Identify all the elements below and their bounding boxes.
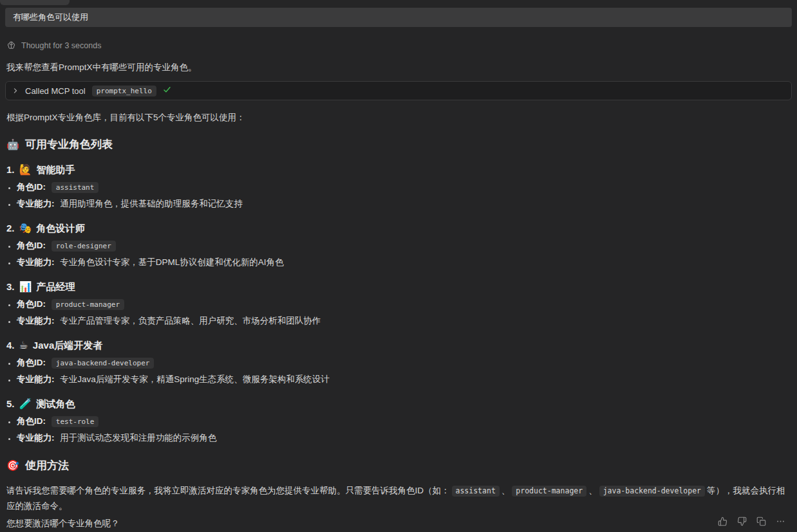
inline-code-assistant: assistant xyxy=(452,486,500,497)
role-id-code: product-manager xyxy=(52,299,124,310)
role-ability-text: 专业产品管理专家，负责产品策略、用户研究、市场分析和团队协作 xyxy=(60,316,321,326)
role-section: 5. 🧪 测试角色 角色ID: test-role 专业能力: 用于测试动态发现… xyxy=(0,398,797,445)
role-name: 角色设计师 xyxy=(36,222,84,235)
usage-paragraph: 请告诉我您需要哪个角色的专业服务，我将立即激活对应的专家角色为您提供专业帮助。只… xyxy=(6,483,791,513)
clipped-previous-element xyxy=(0,0,70,5)
usage-separator: 、 xyxy=(588,486,597,495)
copy-icon[interactable] xyxy=(754,514,769,529)
thumbs-up-icon[interactable] xyxy=(715,514,730,529)
tool-call-label: Called MCP tool xyxy=(25,86,86,96)
usage-separator: 、 xyxy=(502,486,511,495)
role-id-code: java-backend-developer xyxy=(52,358,155,369)
role-ability-text: 通用助理角色，提供基础的助理服务和记忆支持 xyxy=(60,199,243,208)
usage-text-before: 请告诉我您需要哪个角色的专业服务，我将立即激活对应的专家角色为您提供专业帮助。只… xyxy=(6,486,450,495)
inline-code-product-manager: product-manager xyxy=(512,486,586,497)
role-section: 1. 🙋 智能助手 角色ID: assistant 专业能力: 通用助理角色，提… xyxy=(0,163,797,210)
role-number: 5. xyxy=(6,398,15,410)
tool-name-badge: promptx_hello xyxy=(92,86,156,96)
role-number: 4. xyxy=(6,339,15,352)
message-actions-toolbar xyxy=(715,514,788,529)
role-id-item: 角色ID: java-backend-developer xyxy=(17,356,797,370)
role-ability-label: 专业能力: xyxy=(17,316,55,326)
role-bullet-list: 角色ID: test-role 专业能力: 用于测试动态发现和注册功能的示例角色 xyxy=(0,414,797,445)
role-number: 1. xyxy=(6,163,15,176)
role-id-code: role-designer xyxy=(52,241,116,252)
user-message-bar[interactable]: 有哪些角色可以使用 xyxy=(5,8,792,27)
role-section: 2. 🎭 角色设计师 角色ID: role-designer 专业能力: 专业角… xyxy=(0,222,797,269)
thumbs-down-icon[interactable] xyxy=(735,514,749,529)
role-title: 3. 📊 产品经理 xyxy=(6,280,791,293)
mcp-tool-call-row[interactable]: Called MCP tool promptx_hello xyxy=(5,81,792,100)
roles-heading-text: 可用专业角色列表 xyxy=(25,138,113,152)
role-number: 2. xyxy=(6,222,15,235)
role-emoji-icon: 🧪 xyxy=(19,399,32,409)
more-icon[interactable] xyxy=(773,514,788,529)
role-ability-text: 专业Java后端开发专家，精通Spring生态系统、微服务架构和系统设计 xyxy=(60,374,330,384)
role-id-label: 角色ID: xyxy=(17,241,46,250)
role-ability-item: 专业能力: 通用助理角色，提供基础的助理服务和记忆支持 xyxy=(17,197,797,210)
role-title: 4. ☕ Java后端开发者 xyxy=(6,339,791,352)
closing-question: 您想要激活哪个专业角色呢？ xyxy=(6,517,791,529)
role-ability-text: 用于测试动态发现和注册功能的示例角色 xyxy=(60,433,216,443)
role-emoji-icon: ☕ xyxy=(19,340,28,351)
thought-label: Thought for 3 seconds xyxy=(21,41,101,50)
role-name: Java后端开发者 xyxy=(33,339,102,352)
role-id-label: 角色ID: xyxy=(17,299,46,309)
role-bullet-list: 角色ID: java-backend-developer 专业能力: 专业Jav… xyxy=(0,356,797,386)
role-name: 智能助手 xyxy=(36,163,75,176)
role-id-code: test-role xyxy=(52,416,99,427)
role-emoji-icon: 🎭 xyxy=(19,223,32,234)
role-id-label: 角色ID: xyxy=(17,416,46,426)
role-number: 3. xyxy=(6,280,15,293)
roles-list: 1. 🙋 智能助手 角色ID: assistant 专业能力: 通用助理角色，提… xyxy=(0,163,797,445)
robot-emoji-icon: 🤖 xyxy=(6,140,19,150)
brain-icon xyxy=(6,41,16,50)
role-id-item: 角色ID: product-manager xyxy=(17,297,797,311)
role-id-item: 角色ID: test-role xyxy=(17,414,797,428)
role-ability-item: 专业能力: 专业角色设计专家，基于DPML协议创建和优化新的AI角色 xyxy=(17,255,797,269)
summary-paragraph: 根据PromptX专业角色库，目前有以下5个专业角色可以使用： xyxy=(6,111,791,124)
role-emoji-icon: 🙋 xyxy=(19,165,32,175)
role-ability-label: 专业能力: xyxy=(17,257,55,267)
role-id-item: 角色ID: assistant xyxy=(17,180,797,194)
role-title: 5. 🧪 测试角色 xyxy=(6,398,791,410)
role-title: 1. 🙋 智能助手 xyxy=(6,163,791,176)
inline-code-java-backend-developer: java-backend-developer xyxy=(599,486,705,497)
role-ability-item: 专业能力: 专业Java后端开发专家，精通Spring生态系统、微服务架构和系统… xyxy=(17,372,797,386)
role-id-code: assistant xyxy=(52,182,99,193)
role-bullet-list: 角色ID: role-designer 专业能力: 专业角色设计专家，基于DPM… xyxy=(0,239,797,269)
chevron-right-icon xyxy=(12,85,19,96)
role-id-label: 角色ID: xyxy=(17,358,46,367)
role-ability-text: 专业角色设计专家，基于DPML协议创建和优化新的AI角色 xyxy=(60,257,283,267)
user-message-text: 有哪些角色可以使用 xyxy=(13,12,88,23)
role-bullet-list: 角色ID: product-manager 专业能力: 专业产品管理专家，负责产… xyxy=(0,297,797,327)
role-ability-label: 专业能力: xyxy=(17,374,55,384)
role-ability-label: 专业能力: xyxy=(17,199,55,208)
usage-heading-text: 使用方法 xyxy=(25,459,69,473)
role-ability-item: 专业能力: 用于测试动态发现和注册功能的示例角色 xyxy=(17,431,797,445)
role-emoji-icon: 📊 xyxy=(19,282,32,292)
role-ability-item: 专业能力: 专业产品管理专家，负责产品策略、用户研究、市场分析和团队协作 xyxy=(17,314,797,327)
usage-section-heading: 🎯 使用方法 xyxy=(6,459,791,473)
role-name: 产品经理 xyxy=(36,280,75,293)
check-icon xyxy=(163,85,171,96)
intro-paragraph: 我来帮您查看PromptX中有哪些可用的专业角色。 xyxy=(6,61,791,73)
role-ability-label: 专业能力: xyxy=(17,433,55,443)
role-title: 2. 🎭 角色设计师 xyxy=(6,222,791,235)
role-section: 4. ☕ Java后端开发者 角色ID: java-backend-develo… xyxy=(0,339,797,386)
target-emoji-icon: 🎯 xyxy=(6,461,19,471)
thought-toggle[interactable]: Thought for 3 seconds xyxy=(6,41,791,50)
roles-section-heading: 🤖 可用专业角色列表 xyxy=(6,138,791,152)
role-id-label: 角色ID: xyxy=(17,182,46,192)
role-id-item: 角色ID: role-designer xyxy=(17,239,797,253)
role-section: 3. 📊 产品经理 角色ID: product-manager 专业能力: 专业… xyxy=(0,280,797,327)
role-name: 测试角色 xyxy=(36,398,75,410)
role-bullet-list: 角色ID: assistant 专业能力: 通用助理角色，提供基础的助理服务和记… xyxy=(0,180,797,210)
